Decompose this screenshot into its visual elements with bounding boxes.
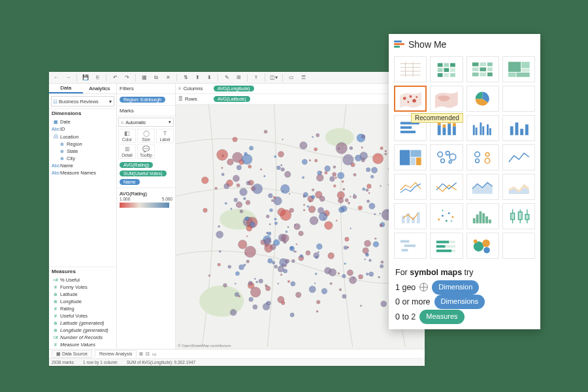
highlight-button[interactable]: ✎	[222, 74, 231, 82]
tab-review-analysis[interactable]: Review Analysis	[95, 350, 137, 357]
chart-type-box-plot[interactable]	[502, 203, 535, 229]
tab-analytics[interactable]: Analytics	[83, 84, 117, 93]
field-useful-votes[interactable]: #Useful Votes	[50, 312, 115, 319]
show-labels-button[interactable]: T	[252, 74, 261, 82]
back-button[interactable]: ←	[52, 74, 61, 82]
svg-point-213	[314, 159, 318, 163]
svg-rect-304	[472, 73, 479, 76]
rows-shelf[interactable]: ≣Rows AVG(Latitude)	[176, 94, 425, 105]
presentation-mode-button[interactable]: ▭	[287, 74, 296, 82]
redo-button[interactable]: ↷	[122, 74, 131, 82]
svg-point-132	[246, 181, 250, 185]
chart-type-packed-bubbles[interactable]	[466, 233, 499, 259]
field-funny-votes[interactable]: #Funny Votes	[50, 284, 115, 291]
marks-label-button[interactable]: TLabel	[156, 129, 174, 143]
field-lon-gen[interactable]: ⊕Longitude (generated)	[50, 327, 115, 334]
chart-type-side-circle[interactable]	[466, 144, 499, 171]
field-measure-names[interactable]: AbcMeasure Names	[50, 169, 115, 176]
chart-type-pie[interactable]	[466, 86, 499, 112]
field-measure-values[interactable]: #Measure Values	[50, 341, 115, 348]
chart-type-scatter[interactable]: ++	[430, 203, 463, 229]
chart-type-filled-map[interactable]	[430, 86, 463, 112]
svg-rect-310	[508, 73, 515, 77]
svg-point-136	[314, 148, 317, 151]
svg-point-312	[403, 97, 406, 100]
svg-point-105	[361, 135, 365, 139]
svg-point-247	[272, 261, 275, 265]
forward-button[interactable]: →	[63, 74, 73, 82]
field-num-records[interactable]: =#Number of Records	[50, 334, 115, 341]
field-pct-useful[interactable]: =#% Useful	[50, 276, 115, 284]
columns-shelf[interactable]: ≡Columns AVG(Longitude)	[176, 84, 425, 94]
chart-type-histogram[interactable]	[466, 203, 499, 229]
undo-button[interactable]: ↶	[110, 74, 120, 82]
chart-type-dual-line[interactable]	[430, 174, 463, 200]
field-region[interactable]: ⊕Region	[50, 140, 115, 148]
marks-size-button[interactable]: ◯Size	[137, 129, 155, 143]
chart-type-highlight-table[interactable]	[466, 56, 499, 82]
field-location[interactable]: 品Location	[50, 133, 115, 140]
svg-rect-374	[400, 240, 410, 242]
fit-dropdown[interactable]: ◫▾	[269, 74, 278, 82]
svg-point-276	[253, 304, 257, 309]
marks-detail-button[interactable]: ⊞Detail	[118, 144, 136, 159]
svg-point-249	[368, 259, 371, 262]
chart-type-bullet[interactable]	[430, 233, 463, 259]
svg-rect-326	[453, 126, 456, 135]
sort-asc-button[interactable]: ⬆	[193, 74, 202, 82]
group-button[interactable]: ⊞	[234, 74, 243, 82]
chart-type-line-discrete[interactable]	[394, 174, 427, 200]
chart-type-treemap[interactable]	[502, 56, 535, 82]
chart-type-treemap2[interactable]	[394, 144, 427, 171]
new-dashboard-button[interactable]: ⊡	[146, 351, 150, 357]
chart-type-line-cont[interactable]	[502, 144, 535, 171]
svg-point-269	[362, 188, 365, 191]
field-latitude[interactable]: ⊕Latitude	[50, 291, 115, 298]
cards-toggle-button[interactable]: ☰	[299, 74, 308, 82]
map-visualization[interactable]: © OpenStreetMap contributors	[176, 105, 425, 349]
chart-type-dual-combo[interactable]	[394, 203, 427, 229]
tab-data[interactable]: Data	[49, 84, 83, 93]
svg-rect-327	[453, 123, 456, 126]
chart-type-bar[interactable]	[502, 115, 535, 141]
tab-datasource[interactable]: ▦ Data Source	[52, 350, 92, 358]
mark-pill-useful[interactable]: SUM(Useful Votes)	[120, 171, 167, 176]
swap-button[interactable]: ⇅	[181, 74, 190, 82]
new-story-button[interactable]: ▭	[152, 351, 157, 357]
field-state[interactable]: ⊕State	[50, 148, 115, 155]
marks-color-button[interactable]: ◧Color	[118, 129, 136, 143]
datasource-selector[interactable]: ⌸ Business Reviews ▾	[51, 96, 114, 106]
chart-type-symbol-map[interactable]: Recommended	[394, 86, 427, 112]
columns-pill[interactable]: AVG(Longitude)	[214, 86, 254, 91]
chart-type-circle-views[interactable]	[430, 144, 463, 171]
field-date[interactable]: ▦Date	[50, 118, 115, 125]
chart-type-area-discrete[interactable]	[502, 174, 535, 200]
chart-type-side-by-side-bar[interactable]	[466, 115, 499, 141]
marks-tooltip-button[interactable]: 💬Tooltip	[137, 144, 155, 159]
filter-pill-region[interactable]: Region: Edinburgh	[120, 97, 165, 103]
chart-type-area-cont[interactable]	[466, 174, 499, 200]
duplicate-button[interactable]: ⧉	[152, 74, 161, 82]
clear-sheet-button[interactable]: ✕	[163, 74, 172, 82]
field-city[interactable]: ⊕City	[50, 155, 115, 162]
svg-rect-289	[438, 63, 443, 67]
new-sheet-button[interactable]: ⊞	[139, 351, 143, 357]
chart-type-text-table[interactable]	[394, 56, 427, 82]
field-rating[interactable]: #Rating	[50, 305, 115, 312]
marks-type-select[interactable]: ○Automatic ▾	[118, 118, 174, 127]
field-id[interactable]: AbcID	[50, 125, 115, 133]
hierarchy-icon: 品	[53, 133, 58, 140]
field-lat-gen[interactable]: ⊕Latitude (generated)	[50, 319, 115, 327]
chart-type-heatmap[interactable]	[430, 56, 463, 82]
field-name[interactable]: AbcName	[50, 162, 115, 169]
new-datasource-button[interactable]: ⎘	[93, 74, 102, 82]
sort-desc-button[interactable]: ⬇	[204, 74, 214, 82]
chart-type-gantt[interactable]	[394, 233, 427, 259]
new-worksheet-button[interactable]: ▦	[140, 74, 149, 82]
svg-point-189	[368, 192, 370, 193]
field-longitude[interactable]: ⊕Longitude	[50, 298, 115, 305]
mark-pill-name[interactable]: Name	[120, 179, 140, 185]
rows-pill[interactable]: AVG(Latitude)	[214, 96, 250, 102]
save-button[interactable]: 💾	[81, 74, 90, 82]
mark-pill-rating[interactable]: AVG(Rating)	[120, 162, 153, 168]
